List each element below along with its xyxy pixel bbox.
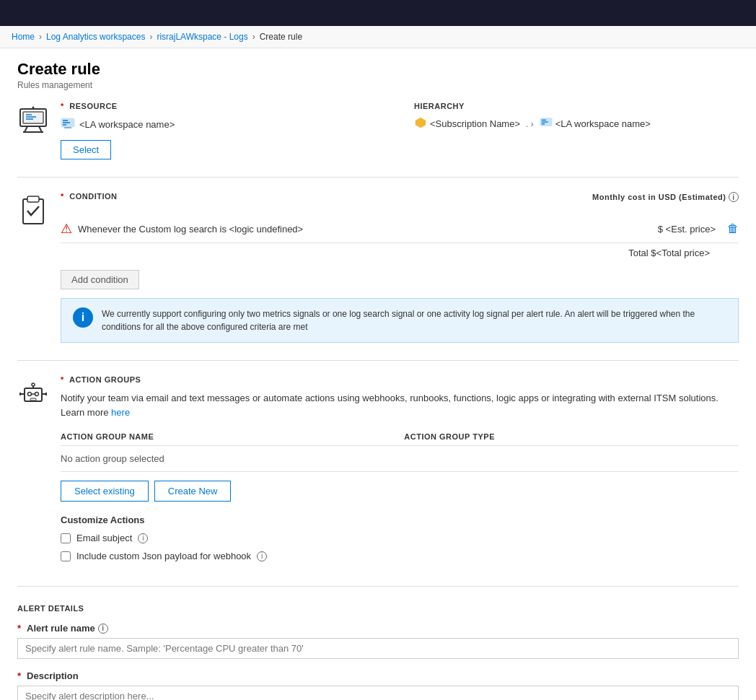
ag-col-type: ACTION GROUP TYPE — [404, 428, 739, 446]
breadcrumb-current: Create rule — [260, 32, 302, 42]
condition-text: Whenever the Custom log search is <logic… — [78, 224, 303, 235]
resource-svg-icon — [17, 105, 49, 136]
email-subject-label: Email subject — [76, 533, 132, 543]
svg-line-2 — [39, 126, 42, 132]
breadcrumb-sep-2: › — [149, 32, 152, 42]
workspace-name: <LA workspace name> — [79, 119, 175, 130]
resource-required-star: * — [61, 102, 64, 110]
info-icon: i — [73, 307, 93, 328]
page-subtitle: Rules management — [17, 80, 739, 90]
webhook-label: Include custom Json payload for webhook — [76, 551, 251, 561]
email-subject-tooltip: i — [138, 533, 148, 543]
main-content: * RESOURCE — [0, 96, 756, 700]
condition-right: $ <Est. price> 🗑 — [658, 222, 739, 235]
svg-rect-13 — [64, 127, 71, 128]
alert-description-field: * Description — [17, 670, 739, 700]
alert-rule-name-tooltip: i — [98, 624, 108, 634]
action-groups-body: * ACTION GROUPS Notify your team via ema… — [61, 375, 739, 569]
alert-rule-name-label: * Alert rule name i — [17, 623, 739, 634]
condition-svg-icon — [17, 195, 49, 227]
select-resource-button[interactable]: Select — [61, 140, 111, 159]
svg-rect-25 — [30, 398, 36, 401]
svg-line-1 — [25, 126, 27, 132]
page-header: Create rule Rules management — [0, 48, 756, 96]
ag-col-name: ACTION GROUP NAME — [61, 428, 404, 446]
svg-marker-14 — [416, 118, 426, 128]
alert-rule-required-star: * — [17, 623, 21, 634]
info-text: We currently support configuring only tw… — [102, 307, 726, 333]
action-groups-svg-icon — [17, 378, 49, 410]
alert-details-label: ALERT DETAILS — [17, 604, 739, 613]
condition-icon — [17, 192, 61, 229]
alert-details-section: ALERT DETAILS * Alert rule name i * Desc… — [17, 604, 739, 700]
action-groups-description: Notify your team via email and text mess… — [61, 391, 739, 419]
action-alert-divider — [17, 586, 739, 587]
email-subject-row: Email subject i — [61, 533, 739, 543]
hierarchy-workspace-icon — [540, 116, 553, 131]
breadcrumb-sep-1: › — [39, 32, 42, 42]
resource-body: * RESOURCE — [61, 102, 739, 159]
breadcrumb-home[interactable]: Home — [12, 32, 35, 42]
breadcrumb-log-analytics[interactable]: Log Analytics workspaces — [46, 32, 145, 42]
hierarchy-workspace: <LA workspace name> — [540, 116, 651, 131]
subscription-name: <Subscription Name> — [430, 118, 520, 129]
svg-rect-21 — [25, 388, 42, 401]
hierarchy-label: HIERARCHY — [414, 102, 739, 110]
ag-table-header-row: ACTION GROUP NAME ACTION GROUP TYPE — [61, 428, 739, 446]
hierarchy-sep: . › — [526, 119, 534, 129]
condition-error-icon: ⚠ — [61, 221, 72, 237]
hierarchy-col: HIERARCHY <Subscription Name> . › — [414, 102, 739, 131]
ag-empty-row: No action group selected — [61, 446, 739, 472]
total-row: Total $<Total price> — [61, 243, 739, 263]
monthly-cost-tooltip-icon: i — [729, 192, 739, 202]
condition-label: * CONDITION — [61, 192, 118, 201]
condition-header: * CONDITION Monthly cost in USD (Estimat… — [61, 192, 739, 208]
page-title: Create rule — [17, 60, 739, 79]
alert-description-input[interactable] — [17, 686, 739, 700]
action-groups-table: ACTION GROUP NAME ACTION GROUP TYPE No a… — [61, 428, 739, 472]
email-subject-checkbox[interactable] — [61, 533, 71, 543]
resource-value: <LA workspace name> — [61, 116, 385, 133]
svg-point-23 — [35, 393, 39, 396]
breadcrumb: Home › Log Analytics workspaces › risraj… — [0, 26, 756, 48]
info-box: i We currently support configuring only … — [61, 298, 739, 343]
alert-description-label: * Description — [17, 670, 739, 681]
est-price: $ <Est. price> — [658, 224, 716, 235]
svg-point-27 — [32, 383, 35, 386]
customize-actions-title: Customize Actions — [61, 515, 739, 525]
breadcrumb-workspace-logs[interactable]: risrajLAWkspace - Logs — [157, 32, 247, 42]
webhook-tooltip: i — [257, 551, 267, 561]
select-existing-button[interactable]: Select existing — [61, 481, 149, 502]
learn-more-link[interactable]: here — [111, 407, 130, 418]
action-groups-label: * ACTION GROUPS — [61, 375, 739, 384]
svg-rect-4 — [23, 112, 43, 123]
action-groups-icon — [17, 375, 61, 412]
top-nav-bar — [0, 0, 756, 26]
condition-action-divider — [17, 360, 739, 361]
resource-col: * RESOURCE — [61, 102, 385, 159]
monthly-cost-label: Monthly cost in USD (Estimated) i — [592, 192, 739, 208]
condition-item: ⚠ Whenever the Custom log search is <log… — [61, 215, 739, 243]
action-groups-section: * ACTION GROUPS Notify your team via ema… — [17, 375, 739, 569]
create-new-button[interactable]: Create New — [154, 481, 232, 502]
svg-point-22 — [28, 393, 32, 396]
hierarchy-path: <Subscription Name> . › — [414, 116, 739, 131]
hierarchy-workspace-name: <LA workspace name> — [555, 118, 651, 129]
condition-section: * CONDITION Monthly cost in USD (Estimat… — [17, 192, 739, 343]
resource-condition-divider — [17, 177, 739, 178]
hierarchy-subscription: <Subscription Name> — [414, 116, 520, 131]
delete-condition-icon[interactable]: 🗑 — [727, 222, 739, 235]
la-workspace-icon — [61, 116, 75, 133]
add-condition-button[interactable]: Add condition — [61, 270, 139, 289]
resource-section: * RESOURCE — [17, 102, 739, 159]
breadcrumb-sep-3: › — [252, 32, 255, 42]
svg-rect-20 — [27, 196, 39, 202]
alert-rule-name-field: * Alert rule name i — [17, 623, 739, 659]
condition-left: ⚠ Whenever the Custom log search is <log… — [61, 221, 303, 237]
subscription-icon — [414, 116, 427, 131]
alert-rule-name-input[interactable] — [17, 638, 739, 659]
resource-row: * RESOURCE — [61, 102, 739, 159]
webhook-checkbox[interactable] — [61, 551, 71, 561]
condition-required-star: * — [61, 192, 64, 201]
webhook-row: Include custom Json payload for webhook … — [61, 551, 739, 561]
